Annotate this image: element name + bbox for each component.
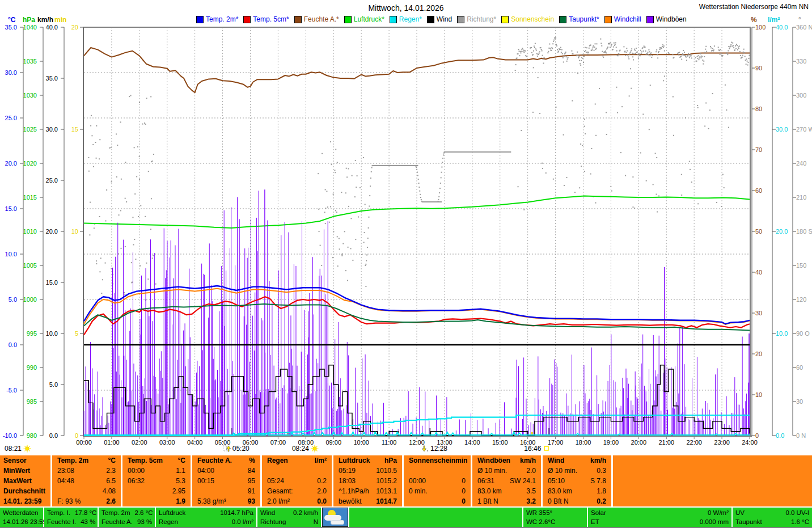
cell-time: 83.0 km: [548, 487, 572, 495]
table-row-label: 14.01. 23:59: [0, 496, 49, 506]
series-richtung-walk: [640, 50, 641, 51]
series-richtung-walk: [542, 55, 543, 56]
series-richtung-dot: [342, 243, 344, 244]
series-richtung-dot: [420, 197, 421, 198]
series-richtung-walk: [700, 57, 701, 58]
series-richtung-walk: [732, 43, 733, 44]
series-richtung-walk: [733, 47, 734, 48]
series-richtung-walk: [640, 55, 641, 56]
series-richtung-dot: [655, 153, 656, 154]
series-richtung-walk: [594, 50, 595, 51]
series-richtung-dot: [441, 167, 442, 168]
series-richtung-dot: [705, 103, 707, 104]
series-richtung-walk: [611, 45, 612, 47]
table-header-row: Windkm/h: [544, 455, 610, 466]
series-richtung-walk: [565, 53, 566, 54]
series-richtung-walk: [628, 56, 629, 57]
svg-text:40: 40: [755, 269, 762, 276]
row-label-text: Sensor: [3, 457, 27, 464]
series-richtung-dot: [368, 227, 369, 229]
series-richtung-dot: [132, 282, 133, 283]
table-data-row: 05:10S 7.8: [544, 476, 610, 486]
column-unit: °C: [178, 457, 185, 464]
series-richtung-dot: [330, 206, 331, 208]
series-richtung-dot: [363, 157, 364, 158]
series-richtung-dot: [330, 141, 331, 142]
series-richtung-dot: [88, 157, 89, 158]
column-unit: km/h: [590, 457, 606, 464]
status-label: Richtung: [260, 518, 286, 525]
svg-text:1025: 1025: [23, 126, 37, 133]
series-richtung-dot: [347, 280, 348, 281]
status-label: ET: [591, 518, 599, 525]
series-richtung-walk: [664, 50, 665, 52]
series-richtung-walk: [588, 52, 589, 53]
series-richtung-dot: [533, 67, 534, 68]
series-richtung-dot: [130, 95, 132, 96]
status-cell-8: Solar0 W/m²ET0.000 mm: [588, 508, 731, 527]
status-line: [352, 508, 519, 517]
series-richtung-dot: [352, 260, 353, 261]
sun-marker-time: 12:28: [430, 445, 447, 453]
row-label-text: MinWert: [3, 467, 30, 475]
series-richtung-walk: [744, 52, 745, 53]
series-richtung-walk: [563, 61, 564, 62]
series-richtung-walk: [730, 45, 731, 47]
series-richtung-dot: [697, 105, 698, 106]
series-richtung-walk: [610, 43, 611, 44]
series-richtung-dot: [324, 212, 325, 213]
cell-value: 1.8: [597, 487, 606, 495]
series-richtung-walk: [561, 49, 563, 50]
series-richtung-walk: [652, 55, 653, 56]
series-richtung-dot: [96, 125, 97, 126]
series-richtung-dot: [539, 113, 540, 114]
series-richtung-dot: [616, 87, 617, 88]
series-richtung-dot: [153, 255, 154, 256]
series-richtung-dot: [99, 271, 100, 272]
series-richtung-dot: [94, 227, 95, 229]
series-richtung-walk: [683, 54, 684, 56]
series-richtung-walk: [689, 57, 690, 58]
series-richtung-dot: [440, 183, 441, 184]
series-richtung-walk: [731, 42, 732, 43]
series-richtung-dot: [116, 133, 117, 134]
series-richtung-walk: [531, 47, 532, 48]
status-label: Regen: [159, 518, 178, 525]
series-richtung-dot: [655, 194, 657, 195]
series-richtung-walk: [600, 39, 601, 40]
cell-time: 00:00: [409, 477, 426, 485]
svg-text:0: 0: [75, 432, 78, 439]
table-col-sensor: SensorMinWertMaxWertDurchschnitt14.01. 2…: [0, 455, 49, 506]
svg-text:10.0: 10.0: [776, 330, 788, 337]
series-richtung-walk: [521, 51, 522, 52]
svg-text:10: 10: [755, 391, 762, 398]
svg-text:30.0: 30.0: [776, 126, 788, 133]
column-name: Temp. 2m: [57, 457, 88, 464]
series-richtung-dot: [152, 160, 153, 162]
table-data-row: Ø 10 min.0.3: [544, 466, 610, 476]
weather-chart[interactable]: 35.030.025.020.015.010.05.00.0-5.0-10.01…: [0, 0, 812, 455]
series-richtung-dot: [523, 209, 525, 210]
series-richtung-walk: [734, 49, 735, 50]
cell-value: 95: [248, 477, 255, 485]
table-col-regen: Regenl/m²05:240.2Gesamt:2.02.0 l/m²0.0: [264, 455, 330, 506]
series-richtung-dot: [653, 184, 654, 185]
series-richtung-walk: [544, 57, 545, 58]
series-richtung-walk: [583, 56, 585, 57]
series-richtung-dot: [348, 206, 349, 207]
series-richtung-walk: [534, 45, 535, 47]
series-richtung-dot: [90, 202, 91, 203]
series-richtung-dot: [579, 187, 580, 188]
series-richtung-dot: [99, 158, 100, 159]
series-richtung-dot: [591, 148, 592, 149]
series-richtung-walk: [590, 44, 591, 45]
series-richtung-dot: [553, 179, 554, 180]
sun-marker-time: 16:46: [524, 445, 541, 453]
series-richtung-dot: [319, 231, 320, 232]
series-richtung-dot: [125, 162, 126, 163]
series-richtung-walk: [581, 60, 582, 61]
cell-time: Ø 10 min.: [477, 467, 507, 475]
cell-value: 1.9: [176, 497, 185, 505]
series-richtung-dot: [367, 247, 368, 248]
cell-time: 05:19: [339, 467, 356, 475]
